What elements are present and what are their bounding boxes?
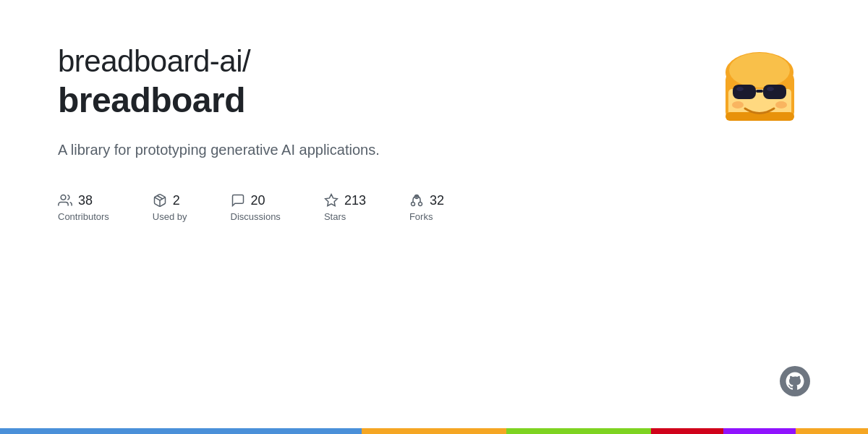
svg-point-12 <box>61 195 66 200</box>
contributors-label: Contributors <box>58 211 109 222</box>
svg-marker-15 <box>326 195 338 206</box>
svg-point-20 <box>780 366 810 396</box>
svg-point-11 <box>775 101 787 109</box>
stars-count: 213 <box>344 193 366 208</box>
stats-row: 38 Contributors 2 Used by <box>58 193 810 222</box>
comment-icon <box>231 193 245 208</box>
stat-item-forks[interactable]: 32 Forks <box>409 193 444 222</box>
github-icon <box>780 366 810 396</box>
contributors-count: 38 <box>78 193 93 208</box>
bar-segment-blue <box>0 428 362 434</box>
discussions-label: Discussions <box>231 211 281 222</box>
bar-segment-orange <box>796 428 868 434</box>
used-by-count: 2 <box>173 193 180 208</box>
bar-segment-red <box>651 428 723 434</box>
svg-rect-5 <box>733 85 756 99</box>
package-icon <box>153 193 167 208</box>
people-icon <box>58 193 72 208</box>
svg-rect-6 <box>763 85 786 99</box>
repo-header: breadboard-ai/ breadboard A library for … <box>58 43 810 158</box>
svg-point-10 <box>732 101 744 109</box>
star-icon <box>324 193 339 208</box>
svg-point-17 <box>418 203 422 206</box>
bar-segment-yellow <box>362 428 506 434</box>
fork-icon <box>409 193 424 208</box>
forks-label: Forks <box>409 211 433 222</box>
forks-count: 32 <box>430 193 444 208</box>
stat-item-used-by[interactable]: 2 Used by <box>153 193 187 222</box>
bar-segment-purple <box>723 428 796 434</box>
repo-name: breadboard <box>58 80 709 122</box>
stars-label: Stars <box>324 211 346 222</box>
main-content: breadboard-ai/ breadboard A library for … <box>0 0 868 428</box>
stat-item-stars[interactable]: 213 Stars <box>324 193 366 222</box>
repo-description: A library for prototyping generative AI … <box>58 142 709 158</box>
svg-point-9 <box>767 87 774 91</box>
svg-point-2 <box>729 53 790 88</box>
stat-item-contributors[interactable]: 38 Contributors <box>58 193 109 222</box>
github-icon-container[interactable] <box>780 366 810 399</box>
svg-line-13 <box>157 196 163 199</box>
discussions-count: 20 <box>251 193 265 208</box>
used-by-label: Used by <box>153 211 187 222</box>
repo-title-section: breadboard-ai/ breadboard A library for … <box>58 43 709 158</box>
bar-segment-green <box>506 428 651 434</box>
repo-org: breadboard-ai/ <box>58 43 709 80</box>
bottom-bar <box>0 428 868 434</box>
breadboard-logo-svg <box>712 40 807 134</box>
svg-point-8 <box>736 87 744 91</box>
repo-logo <box>709 36 810 137</box>
stat-item-discussions[interactable]: 20 Discussions <box>231 193 281 222</box>
svg-point-16 <box>411 203 414 206</box>
svg-rect-7 <box>756 90 763 93</box>
